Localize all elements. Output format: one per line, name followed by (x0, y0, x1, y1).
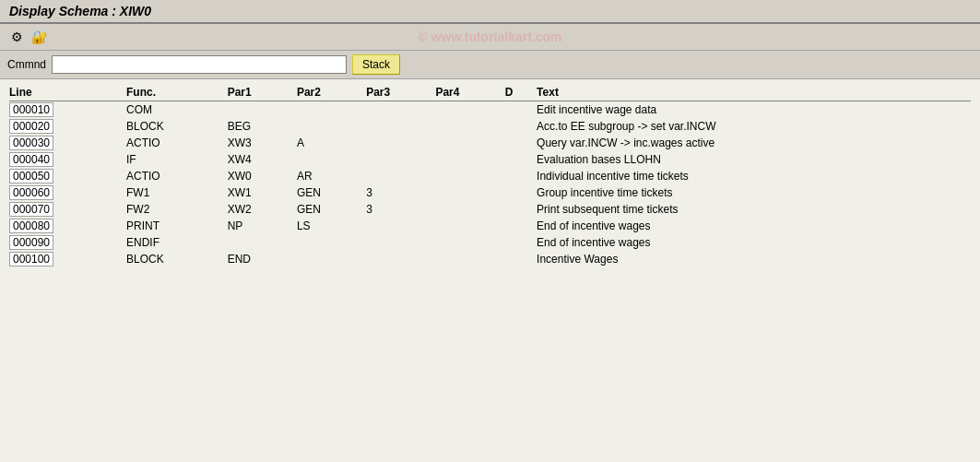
table-row[interactable]: 000030ACTIOXW3AQuery var.INCW -> inc.wag… (9, 135, 971, 151)
cell-par4 (435, 251, 504, 267)
cell-par2: AR (297, 168, 366, 184)
cell-line: 000100 (9, 251, 126, 267)
cell-d (505, 184, 537, 201)
title-bar: Display Schema : XIW0 (0, 0, 980, 24)
cell-par2: GEN (297, 201, 366, 218)
command-input[interactable] (52, 55, 347, 74)
cell-d (505, 118, 537, 135)
cell-par1: XW1 (228, 184, 297, 201)
cell-text: Query var.INCW -> inc.wages active (537, 135, 971, 151)
cell-func: PRINT (126, 218, 228, 234)
table-header-row: Line Func. Par1 Par2 Par3 Par4 D Text (9, 85, 971, 101)
lock-icon[interactable]: 🔐 (30, 28, 48, 46)
watermark: © www.tutorialkart.com (418, 30, 561, 44)
col-header-d: D (505, 85, 537, 101)
cell-text: End of incentive wages (537, 234, 971, 251)
col-header-par3: Par3 (366, 85, 435, 101)
col-header-par4: Par4 (435, 85, 504, 101)
cell-par1: END (228, 251, 297, 267)
cell-d (505, 234, 537, 251)
col-header-par1: Par1 (228, 85, 297, 101)
table-row[interactable]: 000080PRINTNPLSEnd of incentive wages (9, 218, 971, 234)
cell-text: Edit incentive wage data (537, 101, 971, 119)
cell-text: End of incentive wages (537, 218, 971, 234)
cell-func: ACTIO (126, 135, 228, 151)
cell-line: 000060 (9, 184, 126, 201)
cell-par4 (435, 101, 504, 119)
command-bar: Cmmnd Stack (0, 51, 980, 79)
cell-line: 000050 (9, 168, 126, 184)
cell-par3 (366, 101, 435, 119)
cell-func: BLOCK (126, 251, 228, 267)
cell-func: BLOCK (126, 118, 228, 135)
table-row[interactable]: 000040IFXW4Evaluation bases LLOHN (9, 151, 971, 168)
cell-d (505, 151, 537, 168)
cell-text: Group incentive time tickets (537, 184, 971, 201)
cell-par3 (366, 251, 435, 267)
settings-icon[interactable]: ⚙ (7, 28, 26, 46)
cell-func: ACTIO (126, 168, 228, 184)
cell-par2 (297, 234, 366, 251)
cell-par3 (366, 118, 435, 135)
table-row[interactable]: 000100BLOCKENDIncentive Wages (9, 251, 971, 267)
cell-par1: XW3 (228, 135, 297, 151)
page-title: Display Schema : XIW0 (9, 4, 151, 18)
table-row[interactable]: 000010COMEdit incentive wage data (9, 101, 971, 119)
cell-par4 (435, 151, 504, 168)
cell-text: Evaluation bases LLOHN (537, 151, 971, 168)
cell-par2 (297, 101, 366, 119)
cell-par4 (435, 201, 504, 218)
toolbar: ⚙ 🔐 © www.tutorialkart.com (0, 24, 980, 51)
cell-text: Individual incentive time tickets (537, 168, 971, 184)
cell-func: IF (126, 151, 228, 168)
table-row[interactable]: 000050ACTIOXW0ARIndividual incentive tim… (9, 168, 971, 184)
table-row[interactable]: 000060FW1XW1GEN3Group incentive time tic… (9, 184, 971, 201)
cell-line: 000040 (9, 151, 126, 168)
cell-par2: A (297, 135, 366, 151)
cell-par4 (435, 184, 504, 201)
main-content: Line Func. Par1 Par2 Par3 Par4 D Text 00… (0, 79, 980, 273)
cell-func: FW2 (126, 201, 228, 218)
cell-par1: XW4 (228, 151, 297, 168)
cell-line: 000090 (9, 234, 126, 251)
cell-par2: LS (297, 218, 366, 234)
table-row[interactable]: 000090ENDIFEnd of incentive wages (9, 234, 971, 251)
cell-func: COM (126, 101, 228, 119)
cell-func: FW1 (126, 184, 228, 201)
cell-d (505, 101, 537, 119)
table-row[interactable]: 000020BLOCKBEGAcc.to EE subgroup -> set … (9, 118, 971, 135)
cell-par3: 3 (366, 201, 435, 218)
cell-par1 (228, 101, 297, 119)
cell-par1: XW2 (228, 201, 297, 218)
stack-button[interactable]: Stack (352, 54, 400, 75)
table-row[interactable]: 000070FW2XW2GEN3Print subsequent time ti… (9, 201, 971, 218)
cell-par3 (366, 218, 435, 234)
cell-text: Incentive Wages (537, 251, 971, 267)
command-label: Cmmnd (7, 58, 46, 71)
cell-par3 (366, 234, 435, 251)
cell-par3 (366, 168, 435, 184)
cell-par4 (435, 218, 504, 234)
cell-par2: GEN (297, 184, 366, 201)
cell-line: 000030 (9, 135, 126, 151)
cell-par4 (435, 135, 504, 151)
cell-line: 000080 (9, 218, 126, 234)
data-table: Line Func. Par1 Par2 Par3 Par4 D Text 00… (9, 85, 971, 267)
cell-func: ENDIF (126, 234, 228, 251)
col-header-par2: Par2 (297, 85, 366, 101)
cell-d (505, 135, 537, 151)
cell-d (505, 251, 537, 267)
col-header-line: Line (9, 85, 126, 101)
cell-text: Acc.to EE subgroup -> set var.INCW (537, 118, 971, 135)
cell-d (505, 218, 537, 234)
cell-par3: 3 (366, 184, 435, 201)
cell-par4 (435, 168, 504, 184)
cell-par3 (366, 135, 435, 151)
cell-par2 (297, 251, 366, 267)
cell-par4 (435, 118, 504, 135)
cell-d (505, 201, 537, 218)
cell-line: 000010 (9, 101, 126, 119)
cell-line: 000020 (9, 118, 126, 135)
cell-line: 000070 (9, 201, 126, 218)
cell-par1: BEG (228, 118, 297, 135)
